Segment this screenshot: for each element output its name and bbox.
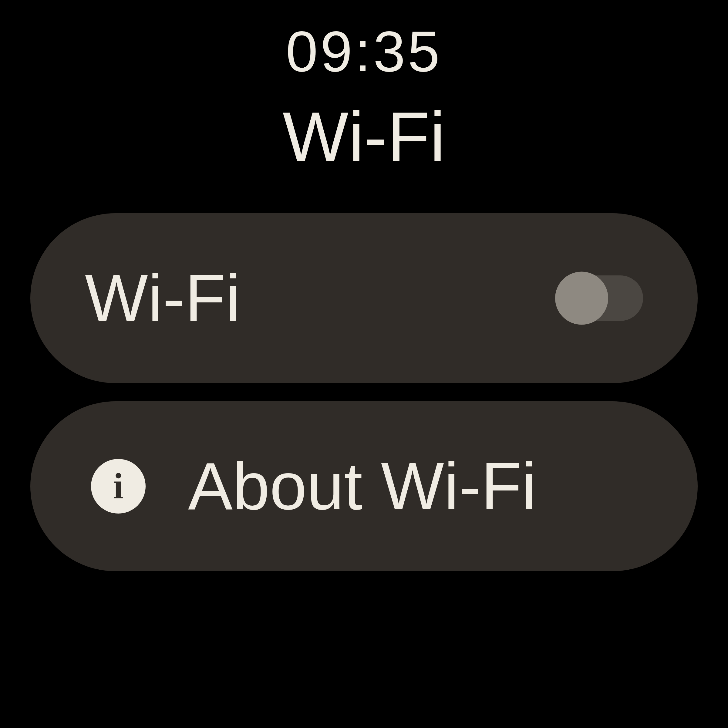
wifi-toggle-switch[interactable] (558, 275, 643, 321)
toggle-knob (555, 272, 608, 325)
wifi-toggle-row[interactable]: Wi-Fi (30, 213, 698, 383)
about-wifi-row[interactable]: i About Wi-Fi (30, 401, 698, 571)
about-wifi-label: About Wi-Fi (188, 448, 537, 525)
status-bar-clock: 09:35 (286, 18, 442, 84)
info-icon-glyph: i (113, 465, 123, 507)
wifi-settings-screen: 09:35 Wi-Fi Wi-Fi i About Wi-Fi (0, 0, 728, 728)
wifi-toggle-label: Wi-Fi (85, 260, 240, 337)
info-icon: i (91, 459, 145, 514)
page-title: Wi-Fi (283, 96, 445, 177)
